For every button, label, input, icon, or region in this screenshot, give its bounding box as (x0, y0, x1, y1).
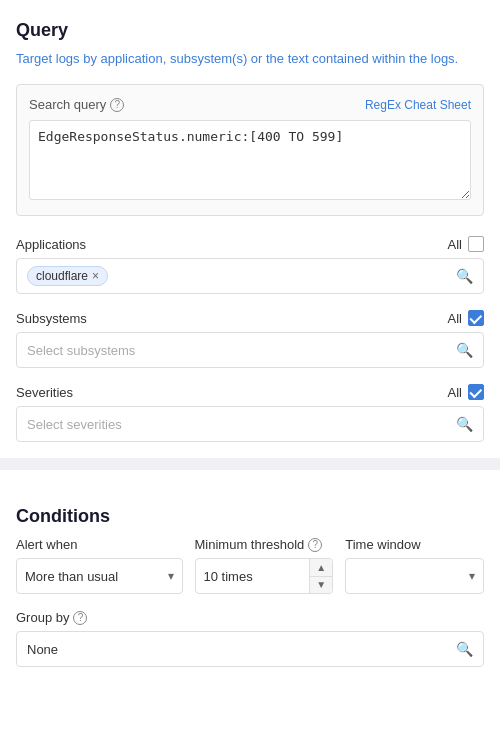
subsystems-label: Subsystems (16, 311, 87, 326)
conditions-section: Conditions Alert when More than usual ▾ … (0, 486, 500, 687)
subsystems-field-row: Subsystems All Select subsystems 🔍 (16, 310, 484, 368)
query-title: Query (16, 20, 484, 41)
applications-field-row: Applications All cloudflare × 🔍 (16, 236, 484, 294)
conditions-row: Alert when More than usual ▾ Minimum thr… (16, 537, 484, 594)
min-threshold-help-icon[interactable]: ? (308, 538, 322, 552)
search-query-label-text: Search query (29, 97, 106, 112)
subsystems-search-icon: 🔍 (456, 342, 473, 358)
applications-search-icon: 🔍 (456, 268, 473, 284)
group-by-label: Group by ? (16, 610, 484, 625)
severities-search-icon: 🔍 (456, 416, 473, 432)
cloudflare-tag: cloudflare × (27, 266, 108, 286)
subsystems-all-group[interactable]: All (448, 310, 484, 326)
alert-when-label: Alert when (16, 537, 183, 552)
search-query-textarea[interactable]: EdgeResponseStatus.numeric:[400 TO 599] (29, 120, 471, 200)
severities-label: Severities (16, 385, 73, 400)
subsystems-placeholder: Select subsystems (27, 343, 456, 358)
group-by-search-icon: 🔍 (456, 641, 473, 657)
subsystems-header: Subsystems All (16, 310, 484, 326)
stepper-up-button[interactable]: ▲ (310, 559, 332, 577)
time-window-select[interactable]: ▾ (345, 558, 484, 594)
regex-cheat-sheet-link[interactable]: RegEx Cheat Sheet (365, 98, 471, 112)
min-threshold-stepper[interactable]: 10 times ▲ ▼ (195, 558, 334, 594)
group-by-row: Group by ? None 🔍 (16, 610, 484, 667)
applications-input-container[interactable]: cloudflare × 🔍 (16, 258, 484, 294)
alert-when-group: Alert when More than usual ▾ (16, 537, 183, 594)
applications-header: Applications All (16, 236, 484, 252)
cloudflare-tag-close[interactable]: × (92, 269, 99, 283)
severities-header: Severities All (16, 384, 484, 400)
severities-all-label: All (448, 385, 462, 400)
applications-label: Applications (16, 237, 86, 252)
query-section: Query Target logs by application, subsys… (0, 0, 500, 236)
min-threshold-label-text: Minimum threshold (195, 537, 305, 552)
severities-all-group[interactable]: All (448, 384, 484, 400)
min-threshold-group: Minimum threshold ? 10 times ▲ ▼ (195, 537, 334, 594)
search-query-box: Search query ? RegEx Cheat Sheet EdgeRes… (16, 84, 484, 216)
alert-when-chevron-icon: ▾ (168, 569, 174, 583)
severities-input-container[interactable]: Select severities 🔍 (16, 406, 484, 442)
severities-placeholder: Select severities (27, 417, 456, 432)
group-by-container[interactable]: None 🔍 (16, 631, 484, 667)
time-window-group: Time window ▾ (345, 537, 484, 594)
page-container: Query Target logs by application, subsys… (0, 0, 500, 687)
subsystems-all-label: All (448, 311, 462, 326)
min-threshold-label: Minimum threshold ? (195, 537, 334, 552)
search-query-header: Search query ? RegEx Cheat Sheet (29, 97, 471, 112)
time-window-chevron-icon: ▾ (469, 569, 475, 583)
severities-field-row: Severities All Select severities 🔍 (16, 384, 484, 442)
min-threshold-value: 10 times (196, 569, 310, 584)
subsystems-input-container[interactable]: Select subsystems 🔍 (16, 332, 484, 368)
search-query-help-icon[interactable]: ? (110, 98, 124, 112)
section-divider (0, 458, 500, 470)
stepper-down-button[interactable]: ▼ (310, 577, 332, 594)
applications-all-checkbox[interactable] (468, 236, 484, 252)
fields-section: Applications All cloudflare × 🔍 Subsyste… (0, 236, 500, 442)
time-window-label: Time window (345, 537, 484, 552)
search-query-label: Search query ? (29, 97, 124, 112)
alert-when-value: More than usual (25, 569, 168, 584)
group-by-label-text: Group by (16, 610, 69, 625)
query-description: Target logs by application, subsystem(s)… (16, 51, 484, 66)
stepper-buttons: ▲ ▼ (309, 559, 332, 593)
group-by-help-icon[interactable]: ? (73, 611, 87, 625)
subsystems-all-checkbox[interactable] (468, 310, 484, 326)
alert-when-select[interactable]: More than usual ▾ (16, 558, 183, 594)
applications-all-label: All (448, 237, 462, 252)
conditions-title: Conditions (16, 506, 484, 527)
severities-all-checkbox[interactable] (468, 384, 484, 400)
applications-all-group[interactable]: All (448, 236, 484, 252)
cloudflare-tag-text: cloudflare (36, 269, 88, 283)
group-by-value: None (27, 642, 456, 657)
